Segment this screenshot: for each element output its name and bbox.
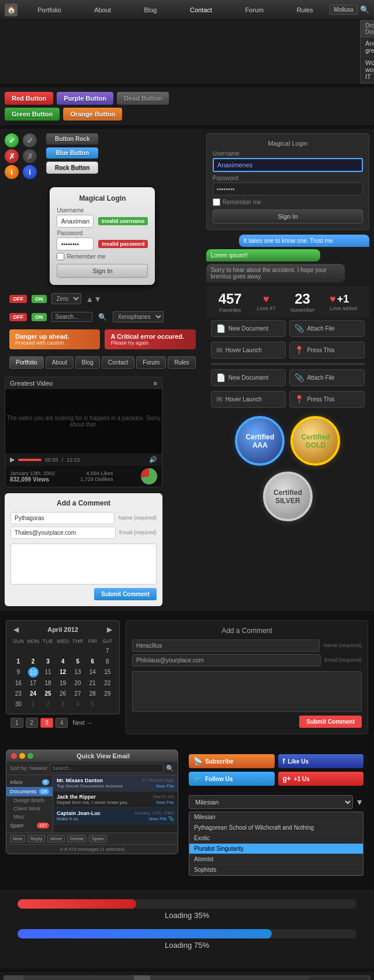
cal-day-25[interactable]: 25 <box>41 689 55 699</box>
dropdown-item-1[interactable]: Wonderful world of IT <box>361 57 374 83</box>
option-atomist[interactable]: Atomist <box>189 854 363 865</box>
bn-dark-contact[interactable]: Contact <box>176 975 200 980</box>
tab-portfolio[interactable]: Portfolio <box>9 356 44 369</box>
check-blue-i[interactable]: i <box>23 165 37 179</box>
email-item-2[interactable]: Captain Jean-Luc January 11th, 2364 Make… <box>53 808 178 824</box>
email-folder-design[interactable]: Design Briefs <box>6 796 53 804</box>
attach-file-btn-2[interactable]: 📎 Attach File <box>289 369 365 386</box>
press-this-btn-1[interactable]: 📍 Press This <box>289 342 365 359</box>
cal-day-30[interactable]: 30 <box>11 699 25 709</box>
green-button[interactable]: Green Button <box>5 108 60 121</box>
subscribe-btn[interactable]: 📡 Subscribe <box>189 754 275 768</box>
cal-day-24[interactable]: 24 <box>26 689 40 699</box>
nav-forum[interactable]: Forum <box>241 4 267 16</box>
cal-day-next-1[interactable]: 1 <box>26 699 40 709</box>
cal-prev-btn[interactable]: ◀ <box>11 625 21 634</box>
option-exotic[interactable]: Exotic <box>189 833 363 844</box>
cal-day-23[interactable]: 23 <box>11 689 25 699</box>
comment-dark-email[interactable] <box>132 654 321 666</box>
window-close-btn[interactable] <box>11 753 17 759</box>
comment-textarea[interactable] <box>11 544 157 584</box>
email-action-0[interactable]: New File <box>156 783 174 789</box>
cal-day-2[interactable]: 2 <box>26 656 40 666</box>
comment-submit-button[interactable]: Submit Comment <box>94 588 157 600</box>
cal-day-21[interactable]: 21 <box>85 678 99 688</box>
option-sophists[interactable]: Sophists <box>189 865 363 875</box>
heart-icon[interactable]: ♥ <box>257 293 275 305</box>
bn-dark-portfolio[interactable]: Portfolio <box>36 975 63 980</box>
nav-portfolio[interactable]: Portfolio <box>34 4 64 16</box>
page-btn-2[interactable]: 2 <box>26 718 39 728</box>
cal-day-7[interactable]: 7 <box>101 646 115 656</box>
cal-day-next-4[interactable]: 4 <box>71 699 85 709</box>
email-sort-label[interactable]: Sort by: Newest <box>10 765 47 771</box>
cal-day-3[interactable]: 3 <box>41 656 55 666</box>
cal-next-btn[interactable]: ▶ <box>105 625 115 634</box>
dropdown-item-0[interactable]: Another great title <box>361 37 374 57</box>
follow-us-btn[interactable]: 🐦 Follow Us <box>189 772 275 786</box>
tab-forum[interactable]: Forum <box>136 356 166 369</box>
rock-button[interactable]: Rock Button <box>46 161 98 174</box>
email-search-input[interactable] <box>50 764 164 773</box>
page-btn-4[interactable]: 4 <box>56 718 68 728</box>
remember-checkbox[interactable] <box>57 253 64 260</box>
toggle-off-1[interactable]: OFF <box>9 295 27 303</box>
option-pluralist[interactable]: Pluralist Singularity <box>189 844 363 854</box>
button-rock[interactable]: Button Rock <box>46 133 98 145</box>
nav-dropdown-value[interactable]: Mollusx <box>330 5 358 15</box>
check-gray-1[interactable]: ✓ <box>23 133 37 147</box>
cal-day-14[interactable]: 14 <box>85 667 99 678</box>
email-action-1[interactable]: New File <box>156 800 174 805</box>
lp-remember-checkbox[interactable] <box>213 198 220 206</box>
email-action-2[interactable]: New File 📎 <box>149 816 174 821</box>
tab-rules[interactable]: Rules <box>168 356 196 369</box>
milesian-select[interactable]: Milesian <box>189 795 353 809</box>
nav-blog[interactable]: Blog <box>140 4 160 16</box>
cal-day-20[interactable]: 20 <box>71 678 85 688</box>
tab-about[interactable]: About <box>46 356 74 369</box>
orange-button[interactable]: Orange Button <box>63 108 122 121</box>
check-info[interactable]: i <box>5 165 19 179</box>
email-item-1[interactable]: Jack the Ripper March 3rd Depart from me… <box>53 792 178 808</box>
blue-button[interactable]: Blue Button <box>46 147 98 159</box>
email-folder-documents[interactable]: Documents 14 <box>6 787 53 796</box>
cal-day-27[interactable]: 27 <box>71 689 85 699</box>
lp-password-input[interactable] <box>213 183 363 195</box>
email-btn-move[interactable]: Move <box>47 835 65 843</box>
check-red-x[interactable]: ✗ <box>5 149 19 163</box>
email-folder-client[interactable]: Client Work <box>6 804 53 813</box>
cal-day-4[interactable]: 4 <box>56 656 70 666</box>
select-xenophanes[interactable]: Xenophanes <box>113 311 164 322</box>
comment-dark-submit-btn[interactable]: Submit Comment <box>299 716 362 728</box>
lp-signin-button[interactable]: Sign In <box>213 209 363 223</box>
page-btn-3[interactable]: 3 <box>40 718 53 728</box>
search-icon[interactable]: 🔍 <box>360 5 369 14</box>
nav-contact[interactable]: Contact <box>186 4 216 16</box>
email-btn-spam[interactable]: Spam <box>89 835 107 843</box>
window-maximize-btn[interactable] <box>27 753 33 759</box>
nav-rules[interactable]: Rules <box>293 4 317 16</box>
email-btn-new[interactable]: New <box>10 835 25 843</box>
plus-one-btn[interactable]: g+ +1 Us <box>278 772 364 786</box>
cal-day-6[interactable]: 6 <box>85 656 99 666</box>
comment-dark-textarea[interactable] <box>132 671 362 712</box>
option-pythagorean[interactable]: Pythagorean School of Witchcraft and Not… <box>189 823 363 833</box>
comment-email-input[interactable] <box>11 527 116 539</box>
cal-day-28[interactable]: 28 <box>85 689 99 699</box>
cal-day-15[interactable]: 15 <box>101 667 115 678</box>
play-icon[interactable]: ▶ <box>10 456 15 463</box>
dead-button[interactable]: Dead Button <box>117 92 169 105</box>
video-menu-icon[interactable]: ≡ <box>154 380 157 387</box>
attach-file-btn-1[interactable]: 📎 Attach File <box>289 320 365 337</box>
cal-day-9[interactable]: 9 <box>11 667 25 678</box>
email-folder-misc[interactable]: Misc. <box>6 813 53 821</box>
cal-day-10-today[interactable]: 10 <box>28 667 39 678</box>
toggle-on-1[interactable]: ON <box>32 295 47 303</box>
email-btn-delete[interactable]: Delete <box>67 835 86 843</box>
option-milesian[interactable]: Milesian <box>189 812 363 823</box>
cal-day-19[interactable]: 19 <box>56 678 70 688</box>
check-green-1[interactable]: ✓ <box>5 133 19 147</box>
press-this-btn-2[interactable]: 📍 Press This <box>289 391 365 408</box>
check-gray-x[interactable]: ✗ <box>23 149 37 163</box>
email-item-0[interactable]: Mr. Mixaes Danton 37 Minutes Ago Top Sec… <box>53 775 178 792</box>
